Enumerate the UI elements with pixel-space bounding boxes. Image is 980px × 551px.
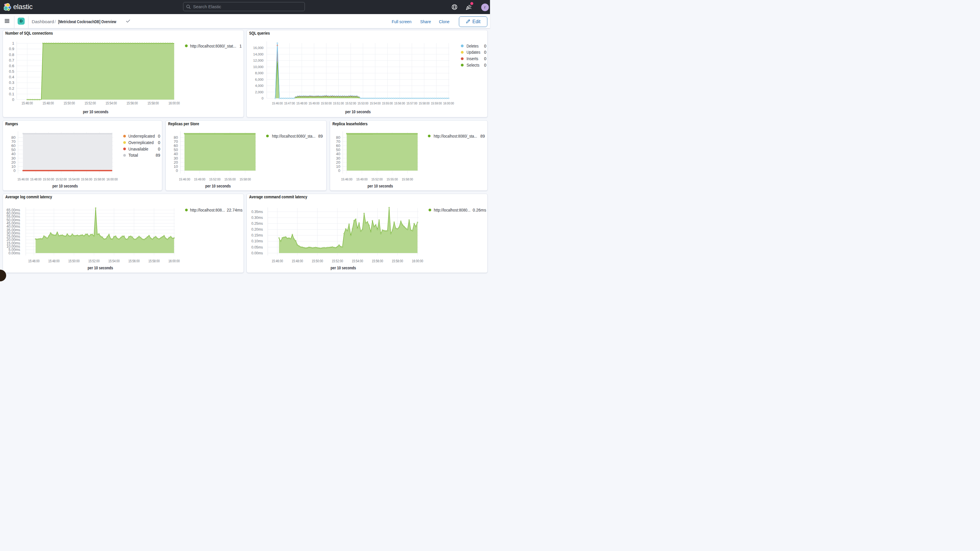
svg-text:Unavailable: Unavailable xyxy=(128,147,148,151)
svg-text:per 10 seconds: per 10 seconds xyxy=(88,265,113,270)
svg-text:Inserts: Inserts xyxy=(466,56,478,61)
svg-text:80: 80 xyxy=(11,135,15,140)
svg-text:0: 0 xyxy=(484,56,487,61)
svg-text:0.05ms: 0.05ms xyxy=(251,245,263,249)
svg-text:15:56:00: 15:56:00 xyxy=(395,101,405,105)
svg-text:12,000: 12,000 xyxy=(253,59,264,62)
svg-text:0: 0 xyxy=(13,169,15,173)
svg-text:20: 20 xyxy=(173,160,178,165)
svg-text:15:47:00: 15:47:00 xyxy=(284,101,295,105)
svg-text:0.8: 0.8 xyxy=(9,52,14,57)
svg-text:1: 1 xyxy=(12,41,14,46)
svg-text:15:50:00: 15:50:00 xyxy=(312,259,323,263)
svg-text:40: 40 xyxy=(336,152,340,156)
svg-text:15:58:00: 15:58:00 xyxy=(94,177,105,181)
svg-text:60: 60 xyxy=(336,143,340,148)
svg-text:per 10 seconds: per 10 seconds xyxy=(331,265,356,270)
svg-text:0.2: 0.2 xyxy=(9,86,14,90)
svg-text:89: 89 xyxy=(318,134,323,139)
svg-text:15:55:00: 15:55:00 xyxy=(387,177,398,181)
svg-text:50: 50 xyxy=(336,148,340,152)
svg-text:15:48:00: 15:48:00 xyxy=(48,259,60,263)
svg-text:22.74ms: 22.74ms xyxy=(226,208,242,212)
svg-text:15:52:00: 15:52:00 xyxy=(209,177,221,181)
svg-text:15:58:00: 15:58:00 xyxy=(147,101,159,105)
svg-text:20: 20 xyxy=(336,160,340,165)
svg-text:per 10 seconds: per 10 seconds xyxy=(83,109,108,114)
svg-text:15:56:00: 15:56:00 xyxy=(126,101,138,105)
svg-text:0: 0 xyxy=(12,97,14,102)
svg-text:per 10 seconds: per 10 seconds xyxy=(368,183,393,188)
svg-text:http://localhost:8080...: http://localhost:8080... xyxy=(434,208,471,212)
svg-text:per 10 seconds: per 10 seconds xyxy=(205,183,231,188)
svg-text:0.4: 0.4 xyxy=(9,75,14,79)
svg-text:15:48:00: 15:48:00 xyxy=(30,177,41,181)
svg-text:15:58:00: 15:58:00 xyxy=(419,101,430,105)
svg-text:20: 20 xyxy=(11,160,15,165)
svg-text:16:00:00: 16:00:00 xyxy=(412,259,423,263)
svg-text:10: 10 xyxy=(173,164,178,169)
svg-text:0.15ms: 0.15ms xyxy=(251,233,263,237)
svg-text:0.10ms: 0.10ms xyxy=(251,239,263,243)
svg-text:15:48:00: 15:48:00 xyxy=(43,101,54,105)
svg-text:http://localhost:8080/_sta...: http://localhost:8080/_sta... xyxy=(434,134,477,139)
svg-text:40: 40 xyxy=(173,152,178,156)
svg-text:15:50:00: 15:50:00 xyxy=(321,101,332,105)
svg-text:15:58:00: 15:58:00 xyxy=(148,259,160,263)
svg-text:15:46:00: 15:46:00 xyxy=(179,177,190,181)
svg-text:15:46:00: 15:46:00 xyxy=(341,177,352,181)
svg-text:10: 10 xyxy=(11,164,15,169)
svg-text:Updates: Updates xyxy=(466,50,480,54)
svg-text:16,000: 16,000 xyxy=(253,46,264,49)
svg-text:15:46:00: 15:46:00 xyxy=(18,177,29,181)
svg-text:30: 30 xyxy=(173,156,178,161)
svg-text:15:46:00: 15:46:00 xyxy=(272,259,283,263)
svg-text:30: 30 xyxy=(11,156,15,161)
svg-text:15:54:00: 15:54:00 xyxy=(370,101,380,105)
svg-text:15:54:00: 15:54:00 xyxy=(352,259,363,263)
svg-text:http://localhost:808...: http://localhost:808... xyxy=(190,208,225,212)
svg-text:10: 10 xyxy=(336,164,340,169)
svg-text:Underreplicated: Underreplicated xyxy=(128,134,154,139)
svg-text:0: 0 xyxy=(176,169,178,173)
svg-text:15:49:00: 15:49:00 xyxy=(309,101,320,105)
svg-text:15:52:00: 15:52:00 xyxy=(84,101,96,105)
svg-text:15:54:00: 15:54:00 xyxy=(108,259,120,263)
svg-text:15:55:00: 15:55:00 xyxy=(224,177,235,181)
svg-text:15:58:00: 15:58:00 xyxy=(392,259,403,263)
svg-text:30: 30 xyxy=(336,156,340,161)
svg-text:60: 60 xyxy=(11,143,15,148)
svg-text:per 10 seconds: per 10 seconds xyxy=(52,183,78,188)
svg-text:0.26ms: 0.26ms xyxy=(473,208,486,212)
svg-text:15:56:00: 15:56:00 xyxy=(372,259,383,263)
svg-text:65.00ms: 65.00ms xyxy=(6,208,20,212)
svg-text:15:56:00: 15:56:00 xyxy=(128,259,140,263)
svg-text:0.30ms: 0.30ms xyxy=(251,215,263,220)
svg-text:http://localhost:8080/_sta...: http://localhost:8080/_sta... xyxy=(272,134,315,139)
svg-text:15:48:00: 15:48:00 xyxy=(296,101,307,105)
svg-text:16:00:00: 16:00:00 xyxy=(443,101,454,105)
svg-text:0: 0 xyxy=(484,43,487,48)
svg-text:Deletes: Deletes xyxy=(466,43,479,48)
svg-text:0: 0 xyxy=(484,62,487,67)
svg-text:80: 80 xyxy=(173,135,178,140)
svg-text:0.5: 0.5 xyxy=(9,69,14,74)
svg-text:15:52:00: 15:52:00 xyxy=(88,259,100,263)
svg-text:0.7: 0.7 xyxy=(9,58,14,62)
svg-text:8,000: 8,000 xyxy=(255,71,264,75)
svg-text:0.35ms: 0.35ms xyxy=(251,210,263,213)
svg-text:15:58:00: 15:58:00 xyxy=(402,177,413,181)
svg-text:15:53:00: 15:53:00 xyxy=(358,101,369,105)
svg-text:15:57:00: 15:57:00 xyxy=(406,101,417,105)
svg-text:0: 0 xyxy=(262,97,264,100)
svg-text:0: 0 xyxy=(484,50,487,54)
svg-text:15:52:00: 15:52:00 xyxy=(332,259,343,263)
svg-text:0.00ms: 0.00ms xyxy=(251,251,263,255)
svg-text:0.3: 0.3 xyxy=(9,80,14,85)
svg-text:15:50:00: 15:50:00 xyxy=(68,259,80,263)
svg-text:Overreplicated: Overreplicated xyxy=(128,140,153,145)
svg-text:15:54:00: 15:54:00 xyxy=(68,177,80,181)
svg-text:15:46:00: 15:46:00 xyxy=(21,101,33,105)
svg-text:70: 70 xyxy=(11,139,15,144)
svg-text:15:51:00: 15:51:00 xyxy=(333,101,344,105)
